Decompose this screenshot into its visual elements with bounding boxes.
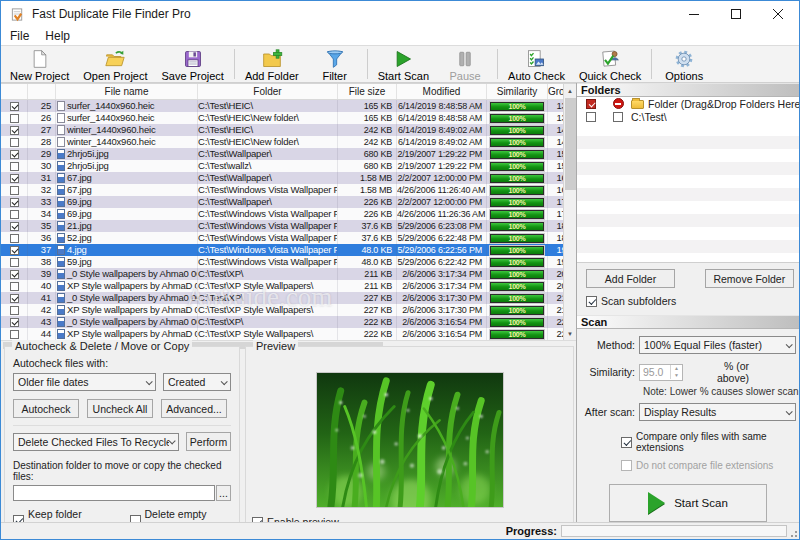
folder-row[interactable]: C:\Test\ [577,110,800,123]
save-project-button[interactable]: Save Project [155,46,231,82]
destination-input[interactable] [13,485,215,501]
table-row[interactable]: 43_0 Style wallpapers by Ahma0 005.jpgC:… [1,316,576,328]
col-file-name[interactable]: File name [56,84,198,99]
progress-label: Progress: [506,525,557,537]
add-folder-button[interactable]: Add Folder [238,46,306,82]
start-scan-toolbar-button[interactable]: Start Scan [371,46,436,82]
table-row[interactable]: 26surfer_1440x960.heicC:\Test\HEIC\New f… [1,112,576,124]
new-project-button[interactable]: New Project [3,46,76,82]
similarity-suffix: % (or above) [691,360,753,384]
scroll-down-arrow[interactable]: ▼ [564,327,576,340]
row-checkbox[interactable] [10,210,19,219]
table-row[interactable]: 292hrjo5i.jpgC:\Test\Wallpaper\680 KB2/1… [1,148,576,160]
table-row[interactable]: 39_0 Style wallpapers by Ahma0 003.jpgC:… [1,268,576,280]
scroll-up-arrow[interactable]: ▲ [564,84,576,97]
after-scan-combo[interactable]: Display Results [639,403,796,421]
options-button[interactable]: Options [655,46,713,82]
row-checkbox[interactable] [10,282,19,291]
table-row[interactable]: 3167.jpgC:\Test\Wallpaper\1.58 MB2/2/200… [1,172,576,184]
row-checkbox[interactable] [10,114,19,123]
col-modified[interactable]: Modified [397,84,487,99]
row-checkbox[interactable] [10,306,19,315]
uncheck-all-button[interactable]: Uncheck All [87,399,153,418]
scroll-thumb[interactable] [565,98,576,190]
row-checkbox[interactable] [10,126,19,135]
table-row[interactable]: 40XP Style wallpapers by AhmaD 003.jpgC:… [1,280,576,292]
image-file-icon [57,281,65,291]
table-row[interactable]: 28winter_1440x960.heicC:\Test\HEIC\New f… [1,136,576,148]
row-checkbox[interactable] [10,162,19,171]
maximize-button[interactable] [715,1,757,27]
row-checkbox[interactable] [10,294,19,303]
row-checkbox[interactable] [10,330,19,339]
similarity-spinner[interactable]: 95.0 ▲▼ [639,364,683,381]
table-row[interactable]: 3652.jpgC:\Test\Windows Vista Wallpaper … [1,232,576,244]
col-check[interactable] [1,84,28,99]
menu-file[interactable]: File [10,29,29,43]
auto-check-button[interactable]: Auto Check [501,46,572,82]
row-checkbox[interactable] [10,234,19,243]
row-checkbox[interactable] [10,138,19,147]
minimize-button[interactable] [673,1,715,27]
autocheck-groupbox-title: Autocheck & Delete / Move or Copy [12,340,192,352]
table-vertical-scrollbar[interactable]: ▲ ▼ [563,84,576,340]
table-row[interactable]: 27winter_1440x960.heicC:\Test\HEIC\242 K… [1,124,576,136]
date-field-combo[interactable]: Created [163,373,231,391]
table-row[interactable]: 44XP Style wallpapers by AhmaD 005.jpgC:… [1,328,576,340]
start-scan-button[interactable]: Start Scan [609,484,767,522]
autocheck-with-combo[interactable]: Older file dates [13,373,156,391]
table-row[interactable]: 374.jpgC:\Test\Windows Vista Wallpaper P… [1,244,576,256]
row-checkbox[interactable] [10,150,19,159]
chevron-down-icon [169,437,176,444]
row-checkbox[interactable] [10,186,19,195]
row-checkbox[interactable] [10,318,19,327]
browse-button[interactable]: ... [216,485,231,501]
perform-button[interactable]: Perform [186,432,231,451]
table-row[interactable]: 302hrjo5i.jpgC:\Test\wallz\680 KB2/19/20… [1,160,576,172]
table-row[interactable]: 41_0 Style wallpapers by Ahma0 004.jpgC:… [1,292,576,304]
menu-help[interactable]: Help [45,29,70,43]
row-checkbox[interactable] [10,258,19,267]
add-folder-icon [261,48,283,70]
similarity-bar: 100% [490,138,544,147]
table-row[interactable]: 3859.jpgC:\Test\Windows Vista Wallpaper … [1,256,576,268]
advanced-button[interactable]: Advanced... [161,399,227,418]
table-row[interactable]: 3521.jpgC:\Test\Windows Vista Wallpaper … [1,220,576,232]
resize-grip[interactable] [788,528,798,538]
row-checkbox[interactable] [10,246,19,255]
options-gear-icon [674,48,694,70]
autocheck-button[interactable]: Autocheck [13,399,79,418]
exclude-icon[interactable] [613,98,624,109]
method-combo[interactable]: 100% Equal Files (faster) [639,336,796,354]
table-row[interactable]: 3267.jpgC:\Test\Windows Vista Wallpaper … [1,184,576,196]
action-combo[interactable]: Delete Checked Files To Recycle Bin [13,433,179,451]
add-folder-panel-button[interactable]: Add Folder [586,269,675,288]
row-checkbox[interactable] [10,102,19,111]
include-all-checkbox-icon[interactable] [586,99,596,109]
row-checkbox[interactable] [10,222,19,231]
remove-folder-button[interactable]: Remove Folder [705,269,794,288]
compare-same-extensions-checkbox[interactable]: Compare only files with same extensions [621,431,800,453]
table-row[interactable]: 3469.jpgC:\Test\Windows Vista Wallpaper … [1,208,576,220]
quick-check-button[interactable]: Quick Check [572,46,648,82]
table-row[interactable]: 42XP Style wallpapers by AhmaD 004.jpgC:… [1,304,576,316]
row-checkbox[interactable] [10,270,19,279]
folders-header-row[interactable]: Folder (Drag&Drop Folders Here) [577,97,800,110]
table-row[interactable]: 25surfer_1440x960.heicC:\Test\HEIC\165 K… [1,100,576,112]
row-checkbox[interactable] [10,198,19,207]
folders-header-text: Folder (Drag&Drop Folders Here) [648,98,800,110]
folder-include-checkbox[interactable] [586,112,596,122]
col-index[interactable] [28,84,56,99]
row-checkbox[interactable] [10,174,19,183]
col-similarity[interactable]: Similarity [487,84,548,99]
table-row[interactable]: 3369.jpgC:\Test\Wallpaper\226 KB2/2/2007… [1,196,576,208]
filter-button[interactable]: Filter [306,46,364,82]
spinner-arrows-icon[interactable]: ▲▼ [670,365,682,379]
open-project-button[interactable]: Open Project [76,46,154,82]
folder-exclude-checkbox[interactable] [613,112,623,122]
similarity-bar: 100% [490,234,544,243]
col-file-size[interactable]: File size [338,84,397,99]
scan-subfolders-checkbox[interactable]: Scan subfolders [577,288,800,307]
close-button[interactable] [757,1,799,27]
col-folder[interactable]: Folder [198,84,338,99]
